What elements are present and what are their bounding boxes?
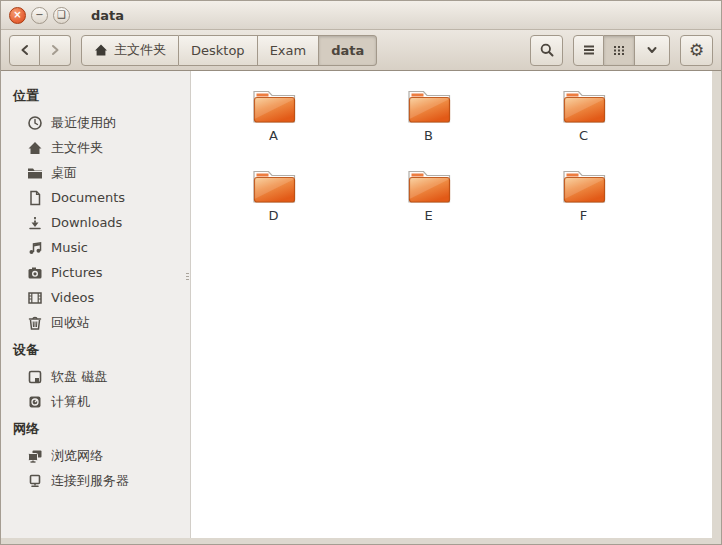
floppy-icon — [27, 369, 43, 385]
settings-button[interactable]: ⚙ — [680, 35, 713, 66]
sidebar-item-label: 连接到服务器 — [51, 472, 129, 490]
breadcrumb-label: data — [331, 43, 364, 58]
forward-button[interactable] — [40, 35, 71, 66]
breadcrumb-home[interactable]: 主文件夹 — [81, 35, 179, 66]
sidebar-item-pictures[interactable]: Pictures — [1, 260, 190, 285]
computer-icon — [27, 394, 43, 410]
server-icon — [27, 473, 43, 489]
sidebar-item-recent[interactable]: 最近使用的 — [1, 110, 190, 135]
chevron-left-icon — [18, 43, 32, 57]
folder-icon — [405, 86, 453, 126]
gear-icon: ⚙ — [689, 40, 704, 60]
folder-label: E — [424, 208, 432, 223]
sidebar-item-videos[interactable]: Videos — [1, 285, 190, 310]
sidebar-item-connect-server[interactable]: 连接到服务器 — [1, 468, 190, 493]
chevron-right-icon — [48, 43, 62, 57]
sidebar-item-downloads[interactable]: Downloads — [1, 210, 190, 235]
breadcrumb-label: 主文件夹 — [114, 41, 166, 59]
folder-item-c[interactable]: C — [506, 86, 661, 166]
sidebar-item-label: 桌面 — [51, 164, 77, 182]
folder-item-b[interactable]: B — [351, 86, 506, 166]
folder-item-e[interactable]: E — [351, 166, 506, 246]
sidebar-section-network: 网络 — [1, 414, 190, 443]
desktop-folder-icon — [27, 165, 43, 181]
sidebar-item-label: Pictures — [51, 265, 102, 280]
folder-label: D — [268, 208, 278, 223]
file-view[interactable]: A B C D — [191, 71, 712, 538]
nav-button-group — [9, 35, 71, 66]
music-icon — [27, 240, 43, 256]
sidebar-item-documents[interactable]: Documents — [1, 185, 190, 210]
minimize-icon[interactable]: − — [31, 7, 48, 24]
browse-network-icon — [27, 448, 43, 464]
close-icon[interactable]: × — [9, 7, 26, 24]
breadcrumb-label: Exam — [270, 43, 307, 58]
sidebar-item-label: Downloads — [51, 215, 122, 230]
back-button[interactable] — [9, 35, 40, 66]
film-icon — [27, 290, 43, 306]
view-button-group — [573, 35, 670, 66]
sidebar-item-browse-network[interactable]: 浏览网络 — [1, 443, 190, 468]
clock-icon — [27, 115, 43, 131]
folder-icon — [405, 166, 453, 206]
breadcrumb-data-current[interactable]: data — [319, 35, 377, 66]
document-icon — [27, 190, 43, 206]
sidebar-item-label: 最近使用的 — [51, 114, 116, 132]
trash-icon — [27, 315, 43, 331]
sidebar-item-home[interactable]: 主文件夹 — [1, 135, 190, 160]
grid-view-button[interactable] — [604, 35, 635, 66]
sidebar-item-label: 回收站 — [51, 314, 90, 332]
download-icon — [27, 215, 43, 231]
folder-icon — [560, 86, 608, 126]
sidebar-item-label: 主文件夹 — [51, 139, 103, 157]
sidebar-item-floppy[interactable]: 软盘 磁盘 — [1, 364, 190, 389]
folder-icon — [250, 86, 298, 126]
view-options-button[interactable] — [635, 35, 670, 66]
sidebar-item-music[interactable]: Music — [1, 235, 190, 260]
sidebar-item-label: 软盘 磁盘 — [51, 368, 107, 386]
sidebar-item-computer[interactable]: 计算机 — [1, 389, 190, 414]
pane-resize-handle[interactable] — [186, 271, 189, 282]
sidebar-item-label: Music — [51, 240, 88, 255]
sidebar: 位置 最近使用的 主文件夹 桌面 — [1, 71, 191, 538]
breadcrumb-label: Desktop — [191, 43, 245, 58]
home-icon — [94, 43, 108, 57]
sidebar-item-label: 计算机 — [51, 393, 90, 411]
sidebar-section-places: 位置 — [1, 81, 190, 110]
home-icon — [27, 140, 43, 156]
grid-view-icon — [612, 43, 626, 57]
sidebar-section-devices: 设备 — [1, 335, 190, 364]
sidebar-item-label: Documents — [51, 190, 125, 205]
folder-item-a[interactable]: A — [196, 86, 351, 166]
folder-label: B — [424, 128, 433, 143]
list-view-button[interactable] — [573, 35, 604, 66]
breadcrumb-desktop[interactable]: Desktop — [179, 35, 258, 66]
folder-icon — [250, 166, 298, 206]
sidebar-item-label: 浏览网络 — [51, 447, 103, 465]
folder-grid: A B C D — [191, 71, 712, 246]
search-button[interactable] — [530, 35, 563, 66]
folder-item-d[interactable]: D — [196, 166, 351, 246]
file-manager-window: × − ❑ data 主文件夹 — [0, 0, 722, 545]
folder-icon — [560, 166, 608, 206]
sidebar-item-trash[interactable]: 回收站 — [1, 310, 190, 335]
search-icon — [539, 42, 555, 58]
titlebar: × − ❑ data — [1, 1, 721, 30]
chevron-down-icon — [645, 43, 659, 57]
camera-icon — [27, 265, 43, 281]
window-title: data — [91, 8, 124, 23]
breadcrumb: 主文件夹 Desktop Exam data — [81, 35, 377, 66]
main-area: 位置 最近使用的 主文件夹 桌面 — [1, 71, 712, 538]
folder-label: C — [579, 128, 588, 143]
list-view-icon — [582, 43, 596, 57]
folder-label: F — [580, 208, 587, 223]
maximize-icon[interactable]: ❑ — [53, 7, 70, 24]
breadcrumb-exam[interactable]: Exam — [258, 35, 320, 66]
folder-label: A — [269, 128, 278, 143]
sidebar-item-label: Videos — [51, 290, 94, 305]
sidebar-item-desktop[interactable]: 桌面 — [1, 160, 190, 185]
toolbar: 主文件夹 Desktop Exam data — [1, 30, 721, 71]
folder-item-f[interactable]: F — [506, 166, 661, 246]
